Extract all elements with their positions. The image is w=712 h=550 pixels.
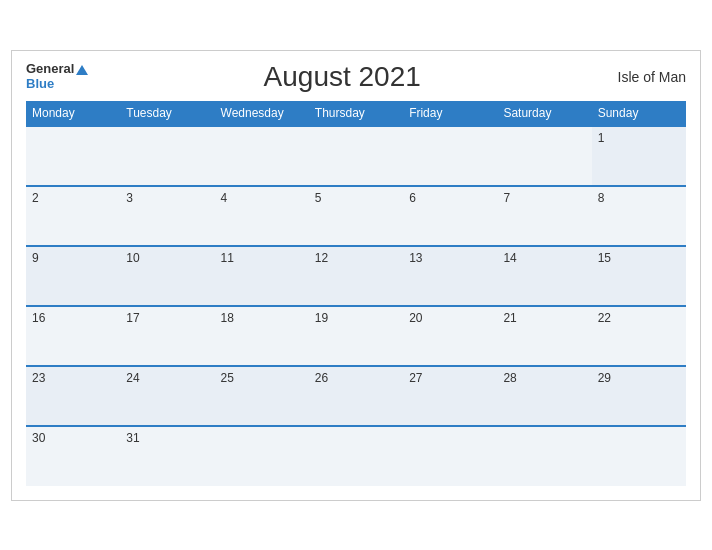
calendar-cell: 27 bbox=[403, 366, 497, 426]
day-number: 14 bbox=[503, 251, 516, 265]
day-number: 24 bbox=[126, 371, 139, 385]
day-number: 8 bbox=[598, 191, 605, 205]
calendar-cell: 30 bbox=[26, 426, 120, 486]
day-number: 9 bbox=[32, 251, 39, 265]
calendar-cell: 5 bbox=[309, 186, 403, 246]
day-number: 30 bbox=[32, 431, 45, 445]
calendar-cell bbox=[215, 426, 309, 486]
day-number: 18 bbox=[221, 311, 234, 325]
calendar-cell: 31 bbox=[120, 426, 214, 486]
weekday-header-thursday: Thursday bbox=[309, 101, 403, 126]
logo: General Blue bbox=[26, 62, 88, 91]
calendar-cell bbox=[26, 126, 120, 186]
day-number: 17 bbox=[126, 311, 139, 325]
weekday-header-friday: Friday bbox=[403, 101, 497, 126]
weekday-header-tuesday: Tuesday bbox=[120, 101, 214, 126]
calendar-cell: 25 bbox=[215, 366, 309, 426]
day-number: 29 bbox=[598, 371, 611, 385]
calendar-cell: 10 bbox=[120, 246, 214, 306]
week-row-5: 23242526272829 bbox=[26, 366, 686, 426]
calendar-grid: MondayTuesdayWednesdayThursdayFridaySatu… bbox=[26, 101, 686, 486]
weekday-header-monday: Monday bbox=[26, 101, 120, 126]
calendar-cell: 19 bbox=[309, 306, 403, 366]
calendar-cell: 23 bbox=[26, 366, 120, 426]
day-number: 13 bbox=[409, 251, 422, 265]
day-number: 5 bbox=[315, 191, 322, 205]
calendar-cell: 2 bbox=[26, 186, 120, 246]
calendar-cell bbox=[215, 126, 309, 186]
day-number: 26 bbox=[315, 371, 328, 385]
calendar-cell: 29 bbox=[592, 366, 686, 426]
day-number: 2 bbox=[32, 191, 39, 205]
weekday-header-saturday: Saturday bbox=[497, 101, 591, 126]
calendar-cell bbox=[403, 426, 497, 486]
weekday-header-row: MondayTuesdayWednesdayThursdayFridaySatu… bbox=[26, 101, 686, 126]
day-number: 15 bbox=[598, 251, 611, 265]
day-number: 25 bbox=[221, 371, 234, 385]
day-number: 23 bbox=[32, 371, 45, 385]
logo-general-text: General bbox=[26, 62, 88, 76]
calendar-cell: 11 bbox=[215, 246, 309, 306]
calendar-cell: 22 bbox=[592, 306, 686, 366]
calendar-title: August 2021 bbox=[88, 61, 596, 93]
calendar-cell: 20 bbox=[403, 306, 497, 366]
day-number: 1 bbox=[598, 131, 605, 145]
day-number: 20 bbox=[409, 311, 422, 325]
calendar-cell bbox=[403, 126, 497, 186]
day-number: 4 bbox=[221, 191, 228, 205]
calendar-cell: 13 bbox=[403, 246, 497, 306]
region-label: Isle of Man bbox=[596, 69, 686, 85]
day-number: 22 bbox=[598, 311, 611, 325]
calendar-cell: 26 bbox=[309, 366, 403, 426]
calendar-cell: 24 bbox=[120, 366, 214, 426]
calendar-cell: 8 bbox=[592, 186, 686, 246]
day-number: 3 bbox=[126, 191, 133, 205]
calendar-cell: 16 bbox=[26, 306, 120, 366]
calendar-cell bbox=[309, 426, 403, 486]
calendar-cell bbox=[592, 426, 686, 486]
calendar-cell: 14 bbox=[497, 246, 591, 306]
day-number: 6 bbox=[409, 191, 416, 205]
day-number: 31 bbox=[126, 431, 139, 445]
calendar-cell: 12 bbox=[309, 246, 403, 306]
weekday-header-wednesday: Wednesday bbox=[215, 101, 309, 126]
calendar-cell: 3 bbox=[120, 186, 214, 246]
calendar-container: General Blue August 2021 Isle of Man Mon… bbox=[11, 50, 701, 501]
week-row-3: 9101112131415 bbox=[26, 246, 686, 306]
calendar-cell: 4 bbox=[215, 186, 309, 246]
day-number: 16 bbox=[32, 311, 45, 325]
logo-triangle-icon bbox=[76, 65, 88, 75]
day-number: 28 bbox=[503, 371, 516, 385]
calendar-cell: 9 bbox=[26, 246, 120, 306]
calendar-cell bbox=[497, 426, 591, 486]
logo-blue-text: Blue bbox=[26, 77, 54, 91]
day-number: 7 bbox=[503, 191, 510, 205]
week-row-6: 3031 bbox=[26, 426, 686, 486]
calendar-cell: 1 bbox=[592, 126, 686, 186]
calendar-cell: 21 bbox=[497, 306, 591, 366]
calendar-cell bbox=[309, 126, 403, 186]
calendar-cell: 7 bbox=[497, 186, 591, 246]
day-number: 10 bbox=[126, 251, 139, 265]
week-row-2: 2345678 bbox=[26, 186, 686, 246]
week-row-1: 1 bbox=[26, 126, 686, 186]
day-number: 27 bbox=[409, 371, 422, 385]
day-number: 11 bbox=[221, 251, 234, 265]
calendar-cell: 15 bbox=[592, 246, 686, 306]
calendar-cell: 18 bbox=[215, 306, 309, 366]
calendar-cell: 17 bbox=[120, 306, 214, 366]
calendar-header: General Blue August 2021 Isle of Man bbox=[26, 61, 686, 93]
calendar-cell bbox=[497, 126, 591, 186]
day-number: 19 bbox=[315, 311, 328, 325]
calendar-cell: 6 bbox=[403, 186, 497, 246]
day-number: 12 bbox=[315, 251, 328, 265]
day-number: 21 bbox=[503, 311, 516, 325]
calendar-cell: 28 bbox=[497, 366, 591, 426]
week-row-4: 16171819202122 bbox=[26, 306, 686, 366]
weekday-header-sunday: Sunday bbox=[592, 101, 686, 126]
calendar-cell bbox=[120, 126, 214, 186]
